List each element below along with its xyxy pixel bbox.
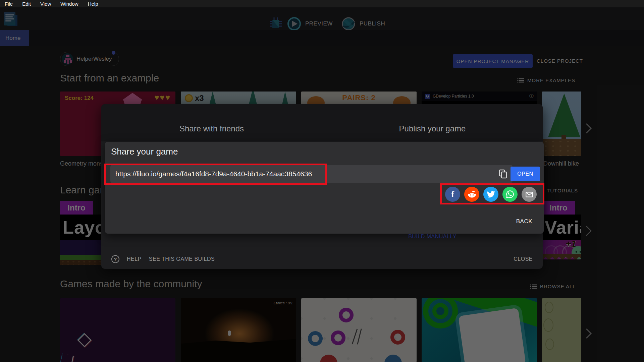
open-url-button[interactable]: OPEN xyxy=(511,167,540,181)
help-icon[interactable]: ? xyxy=(111,255,119,263)
tab-publish-your-game[interactable]: Publish your game xyxy=(322,104,543,141)
menu-view[interactable]: View xyxy=(36,1,56,7)
menu-bar: File Edit View Window Help xyxy=(0,0,644,7)
share-card-title: Share your game xyxy=(111,146,178,157)
copy-url-button[interactable] xyxy=(494,165,513,183)
menu-help[interactable]: Help xyxy=(83,1,103,7)
copy-icon xyxy=(499,169,507,179)
annotation-box-social xyxy=(440,183,544,204)
menu-edit[interactable]: Edit xyxy=(17,1,36,7)
build-manually-button[interactable]: BUILD MANUALLY xyxy=(322,234,543,240)
dialog-actions-row: ? HELP SEE THIS GAME BUILDS CLOSE xyxy=(101,249,543,269)
close-dialog-button[interactable]: CLOSE xyxy=(514,256,533,262)
tab-divider xyxy=(322,106,322,141)
menu-file[interactable]: File xyxy=(0,1,17,7)
back-button[interactable]: BACK xyxy=(516,218,532,225)
gdevelop-window: File Edit View Window Help xyxy=(0,0,644,362)
see-builds-button[interactable]: SEE THIS GAME BUILDS xyxy=(149,256,215,262)
tab-share-with-friends[interactable]: Share with friends xyxy=(101,104,322,141)
menu-window[interactable]: Window xyxy=(56,1,83,7)
annotation-box-url xyxy=(104,164,327,185)
help-button[interactable]: HELP xyxy=(127,256,142,262)
